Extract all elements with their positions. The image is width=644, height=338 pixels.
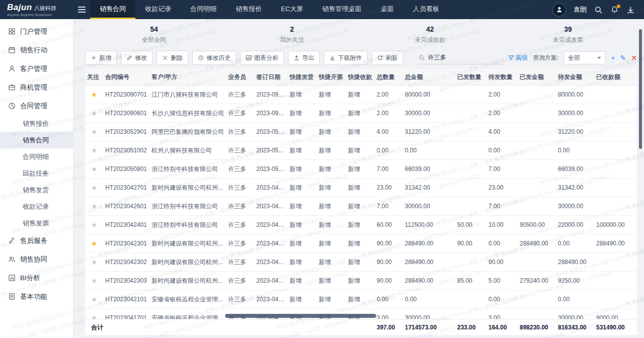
notifications-icon[interactable]	[610, 6, 619, 14]
customer-link[interactable]: 新时尚建设有限公司杭州...	[150, 272, 226, 290]
search-input[interactable]	[428, 54, 491, 61]
nav-tab[interactable]: 收款记录	[135, 0, 181, 19]
menu-toggle-icon[interactable]	[73, 0, 90, 19]
quick-collect-link[interactable]: 新增	[346, 216, 375, 234]
column-header[interactable]: 待发金额	[556, 68, 594, 85]
nav-tab[interactable]: 人员看板	[403, 0, 449, 19]
column-header[interactable]: 关注	[85, 68, 103, 85]
quick-ship-link[interactable]: 新增	[288, 104, 317, 122]
column-header[interactable]: 快捷开票	[317, 68, 346, 85]
customer-link[interactable]: 新时尚建设有限公司杭州...	[150, 179, 226, 197]
nav-tab[interactable]: 销售合同	[90, 0, 135, 19]
star-toggle[interactable]: ★	[85, 309, 103, 319]
stat-card[interactable]: 39 未完成发票	[499, 25, 637, 44]
nav-tab[interactable]: 桌面	[371, 0, 403, 19]
customer-link[interactable]: 新时尚建设有限公司杭州...	[150, 234, 226, 252]
contract-no-link[interactable]: HT2023042601	[103, 197, 150, 215]
contract-no-link[interactable]: HT2023042101	[103, 290, 150, 308]
sidebar-subitem[interactable]: 回款任务	[0, 165, 73, 182]
table-row[interactable]: ★ HT2023042101 安徽省银税远程企业管理... 许三多 2023-0…	[85, 290, 637, 309]
quick-invoice-link[interactable]: 新增	[317, 141, 346, 159]
user-name[interactable]: 袁朗	[574, 5, 587, 14]
table-row[interactable]: ★ HT2023042302 新时尚建设有限公司杭州... 许三多 2023-0…	[85, 253, 637, 272]
quick-ship-link[interactable]: 新增	[288, 86, 317, 104]
star-toggle[interactable]: ★	[85, 253, 103, 271]
stat-card[interactable]: 54 全部合同	[85, 25, 223, 44]
sidebar-subitem[interactable]: 销售合同	[0, 132, 73, 148]
quick-ship-link[interactable]: 新增	[288, 253, 317, 271]
toolbar-button[interactable]: 刷新	[372, 51, 403, 65]
customer-link[interactable]: 杭州八骏科技有限公司	[150, 141, 226, 159]
quick-collect-link[interactable]: 新增	[346, 179, 375, 197]
column-header[interactable]: 总金额	[403, 68, 455, 85]
nav-tab[interactable]: EC大屏	[271, 0, 313, 19]
star-toggle[interactable]: ★	[85, 272, 103, 290]
quick-ship-link[interactable]: 新增	[288, 272, 317, 290]
column-header[interactable]: 业务员	[226, 68, 254, 85]
star-toggle[interactable]: ★	[85, 179, 103, 197]
advanced-filter[interactable]: 高级	[508, 54, 528, 62]
column-header[interactable]: 已发金额	[518, 68, 556, 85]
quick-collect-link[interactable]: 新增	[346, 160, 375, 178]
stat-card[interactable]: 2 我的关注	[223, 25, 361, 44]
quick-collect-link[interactable]: 新增	[346, 290, 375, 308]
column-header[interactable]: 合同编号	[103, 68, 150, 85]
vertical-scrollbar[interactable]	[639, 29, 642, 149]
quick-invoice-link[interactable]: 新增	[317, 179, 346, 197]
star-toggle[interactable]: ★	[85, 104, 103, 122]
quick-collect-link[interactable]: 新增	[346, 123, 375, 141]
sidebar-item[interactable]: 客户管理	[0, 59, 73, 78]
column-header[interactable]: 待发数量	[486, 68, 518, 85]
quick-invoice-link[interactable]: 新增	[317, 104, 346, 122]
quick-collect-link[interactable]: 新增	[346, 253, 375, 271]
column-header[interactable]: 总数量	[375, 68, 403, 85]
stat-card[interactable]: 42 未完成收款	[361, 25, 499, 44]
star-toggle[interactable]: ★	[85, 197, 103, 215]
horizontal-scrollbar[interactable]	[225, 314, 376, 318]
table-row[interactable]: ★ HT2023052901 阿里巴巴集團控股有限公司 许三多 2023-05-…	[85, 123, 637, 141]
customer-link[interactable]: 浙江特别牛科技有限公司	[150, 160, 226, 178]
quick-ship-link[interactable]: 新增	[288, 141, 317, 159]
sidebar-item[interactable]: 商机管理	[0, 78, 73, 97]
quick-invoice-link[interactable]: 新增	[317, 272, 346, 290]
table-row[interactable]: ★ HT2023090701 江门市八骏科技有限公司 许三多 2023-09-0…	[85, 86, 637, 104]
quick-collect-link[interactable]: 新增	[346, 197, 375, 215]
quick-collect-link[interactable]: 新增	[346, 272, 375, 290]
table-row[interactable]: ★ HT2023042601 浙江特别牛科技有限公司 许三多 2023-04-2…	[85, 197, 637, 216]
column-header[interactable]: 快捷发货	[288, 68, 317, 85]
customer-link[interactable]: 安徽省银税远程企业管理...	[150, 290, 226, 308]
column-header[interactable]: 签订日期	[254, 68, 288, 85]
sidebar-subitem[interactable]: 收款记录	[0, 198, 73, 215]
sidebar-subitem[interactable]: 销售发票	[0, 215, 73, 231]
contract-no-link[interactable]: HT2023042302	[103, 253, 150, 271]
quick-collect-link[interactable]: 新增	[346, 234, 375, 252]
quick-invoice-link[interactable]: 新增	[317, 253, 346, 271]
quick-ship-link[interactable]: 新增	[288, 179, 317, 197]
contract-no-link[interactable]: HT2023042701	[103, 179, 150, 197]
table-row[interactable]: ★ HT2023090601 长沙八骏信息科技有限公司 许三多 2023-09-…	[85, 104, 637, 123]
nav-tab[interactable]: 销售管理桌面	[313, 0, 371, 19]
quick-invoice-link[interactable]: 新增	[317, 160, 346, 178]
scheme-add-icon[interactable]: +	[611, 54, 615, 61]
customer-link[interactable]: 新时尚建设有限公司杭州...	[150, 253, 226, 271]
search-icon[interactable]	[594, 6, 603, 14]
quick-ship-link[interactable]: 新增	[288, 197, 317, 215]
customer-link[interactable]: 阿里巴巴集團控股有限公司	[150, 123, 226, 141]
quick-ship-link[interactable]: 新增	[288, 234, 317, 252]
customer-link[interactable]: 江门市八骏科技有限公司	[150, 86, 226, 104]
quick-ship-link[interactable]: 新增	[288, 160, 317, 178]
sidebar-item[interactable]: 门户管理	[0, 22, 73, 41]
contract-no-link[interactable]: HT2023051002	[103, 141, 150, 159]
table-row[interactable]: ★ HT2023050801 浙江特别牛科技有限公司 许三多 2023-05-0…	[85, 160, 637, 179]
table-row[interactable]: ★ HT2023051002 杭州八骏科技有限公司 许三多 2023-05-10…	[85, 141, 637, 160]
star-toggle[interactable]: ★	[85, 123, 103, 141]
sidebar-item[interactable]: 合同管理	[0, 97, 73, 115]
quick-ship-link[interactable]: 新增	[288, 123, 317, 141]
table-row[interactable]: ★ HT2023042701 新时尚建设有限公司杭州... 许三多 2023-0…	[85, 179, 637, 197]
column-header[interactable]: 客户/甲方	[150, 68, 226, 85]
sidebar-subitem[interactable]: 销售报价	[0, 115, 73, 132]
quick-ship-link[interactable]: 新增	[288, 290, 317, 308]
star-toggle[interactable]: ★	[85, 290, 103, 308]
column-header[interactable]: 已收款额	[594, 68, 637, 85]
star-toggle[interactable]: ★	[85, 234, 103, 252]
